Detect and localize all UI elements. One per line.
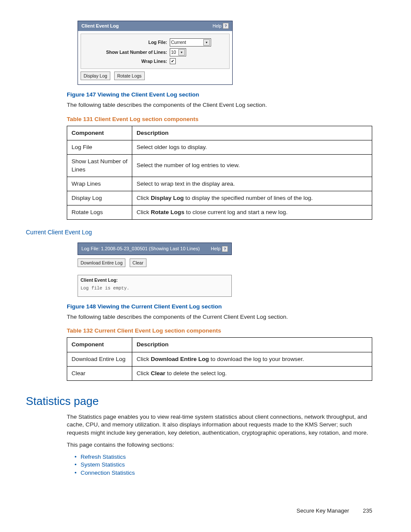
table-cell: Select the number of log entries to view… <box>132 155 372 177</box>
client-event-log-panel: Client Event Log Help ? Log File: Curren… <box>78 21 233 85</box>
table-131: Component Description Log FileSelect old… <box>67 126 372 220</box>
table-cell: Download Entire Log <box>67 352 132 366</box>
th-description: Description <box>132 126 372 140</box>
logfile-select[interactable]: Current ▼ <box>170 38 211 47</box>
footer-product: Secure Key Manager <box>296 507 349 514</box>
footer-page-number: 235 <box>351 507 372 515</box>
lines-value: 10 <box>171 49 176 55</box>
table-cell: Click Download Entire Log to download th… <box>132 352 372 366</box>
download-entire-log-button[interactable]: Download Entire Log <box>78 258 125 267</box>
table-cell: Click Clear to delete the select log. <box>132 366 372 380</box>
table-cell: Click Rotate Logs to close current log a… <box>132 205 372 220</box>
chevron-down-icon: ▼ <box>203 39 210 46</box>
panel-title: Client Event Log <box>81 23 119 29</box>
log-box-title: Client Event Log: <box>78 275 231 284</box>
log-output-box: Client Event Log: Log file is empty. <box>78 275 232 296</box>
logfile-value: Current <box>171 39 186 45</box>
table-132-caption: Table 132 Current Client Event Log secti… <box>67 327 372 335</box>
help-link[interactable]: Help ? <box>211 246 228 252</box>
table-cell: Select older logs to display. <box>132 140 372 155</box>
help-label: Help <box>212 23 221 29</box>
table-cell: Show Last Number of Lines <box>67 155 132 177</box>
log-header-title: Log File: 1.2008-05-23_030501 (Showing L… <box>81 246 203 252</box>
th-component: Component <box>67 338 132 352</box>
table-cell: Clear <box>67 366 132 380</box>
statistics-lead: This page contains the following section… <box>67 441 372 449</box>
logfile-label: Log File: <box>85 39 170 45</box>
display-log-button[interactable]: Display Log <box>81 72 110 80</box>
figure-147-caption: Figure 147 Viewing the Client Event Log … <box>67 91 372 99</box>
figure-147-desc: The following table describes the compon… <box>67 101 372 109</box>
table-132: Component Description Download Entire Lo… <box>67 337 372 381</box>
link-system-statistics[interactable]: System Statistics <box>81 461 125 468</box>
table-cell: Wrap Lines <box>67 177 132 191</box>
section-link-current-log[interactable]: Current Client Event Log <box>26 228 385 236</box>
link-connection-statistics[interactable]: Connection Statistics <box>81 470 135 476</box>
panel-header: Client Event Log Help ? <box>78 21 232 31</box>
table-cell: Log File <box>67 140 132 155</box>
table-cell: Display Log <box>67 191 132 205</box>
table-cell: Click Display Log to display the specifi… <box>132 191 372 205</box>
rotate-logs-button[interactable]: Rotate Logs <box>114 72 145 80</box>
lines-label: Show Last Number of Lines: <box>85 49 170 55</box>
figure-148-caption: Figure 148 Viewing the Current Client Ev… <box>67 303 372 311</box>
statistics-links-list: Refresh Statistics System Statistics Con… <box>67 453 372 477</box>
chevron-down-icon: ▼ <box>178 49 185 56</box>
figure-148-desc: The following table describes the compon… <box>67 313 372 321</box>
statistics-para: The Statistics page enables you to view … <box>67 413 372 437</box>
lines-select[interactable]: 10 ▼ <box>170 48 186 56</box>
table-cell: Rotate Logs <box>67 205 132 220</box>
th-component: Component <box>67 126 132 140</box>
help-link[interactable]: Help ? <box>212 23 229 29</box>
log-header: Log File: 1.2008-05-23_030501 (Showing L… <box>78 243 232 255</box>
statistics-page-heading: Statistics page <box>26 394 385 409</box>
th-description: Description <box>132 338 372 352</box>
wrap-label: Wrap Lines: <box>85 58 170 64</box>
page-footer: Secure Key Manager 235 <box>26 507 385 515</box>
wrap-checkbox[interactable]: ✔ <box>170 58 176 64</box>
current-client-event-log-panel: Log File: 1.2008-05-23_030501 (Showing L… <box>78 243 232 297</box>
help-label: Help <box>211 246 221 251</box>
help-icon: ? <box>222 246 228 252</box>
log-box-body: Log file is empty. <box>78 284 231 296</box>
form-box: Log File: Current ▼ Show Last Number of … <box>81 34 230 69</box>
link-refresh-statistics[interactable]: Refresh Statistics <box>81 454 126 460</box>
table-131-caption: Table 131 Client Event Log section compo… <box>67 115 372 123</box>
help-icon: ? <box>223 23 229 29</box>
table-cell: Select to wrap text in the display area. <box>132 177 372 191</box>
clear-button[interactable]: Clear <box>130 258 146 267</box>
